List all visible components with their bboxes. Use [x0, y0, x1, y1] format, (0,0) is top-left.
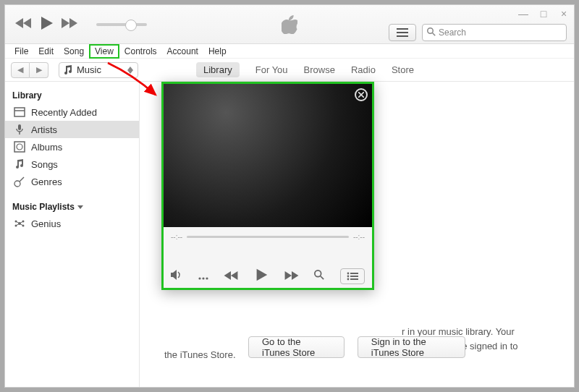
- album-icon: [14, 141, 25, 153]
- tab-strip: Library For You Browse Radio Store: [196, 62, 414, 77]
- window-controls: — □ ×: [517, 8, 570, 20]
- sidebar-item-label: Albums: [31, 142, 62, 153]
- menu-view[interactable]: View: [89, 44, 119, 59]
- sidebar-header-library: Library: [5, 88, 139, 103]
- svg-line-7: [433, 33, 436, 35]
- sidebar-item-label: Genius: [31, 218, 61, 229]
- miniplayer-trackbar[interactable]: --:-- --:--: [171, 233, 365, 241]
- time-remaining: --:--: [353, 233, 365, 241]
- play-button[interactable]: [38, 15, 54, 34]
- menu-bar: File Edit Song View Controls Account Hel…: [5, 44, 574, 59]
- close-window-button[interactable]: ×: [558, 8, 570, 20]
- minimize-button[interactable]: —: [517, 8, 529, 20]
- music-note-icon: [14, 158, 25, 170]
- search-input[interactable]: Search: [422, 24, 567, 41]
- mp-up-next-button[interactable]: [340, 268, 365, 284]
- tab-store[interactable]: Store: [392, 64, 414, 75]
- sidebar-item-label: Songs: [31, 159, 58, 170]
- svg-rect-33: [350, 273, 358, 274]
- svg-point-14: [14, 181, 20, 187]
- svg-point-3: [397, 28, 398, 30]
- svg-rect-8: [14, 108, 25, 116]
- svg-rect-37: [350, 278, 358, 280]
- svg-rect-1: [397, 32, 408, 33]
- menu-song[interactable]: Song: [59, 45, 89, 58]
- chevron-down-icon: [77, 205, 83, 209]
- microphone-icon: [14, 124, 25, 135]
- svg-rect-35: [350, 276, 358, 277]
- mp-play-button[interactable]: [254, 268, 269, 285]
- search-icon: [427, 27, 436, 38]
- title-bar: Search — □ ×: [5, 5, 574, 44]
- svg-point-28: [202, 277, 204, 279]
- previous-track-button[interactable]: [15, 18, 31, 31]
- miniplayer-close-button[interactable]: [355, 88, 368, 101]
- menu-edit[interactable]: Edit: [33, 45, 59, 58]
- volume-icon[interactable]: [171, 270, 182, 283]
- svg-rect-0: [397, 28, 408, 30]
- menu-help[interactable]: Help: [203, 45, 232, 58]
- empty-library-text-2: the iTunes Store.: [164, 349, 236, 360]
- music-note-icon: [64, 65, 72, 75]
- svg-point-6: [428, 27, 434, 33]
- svg-point-32: [347, 273, 350, 275]
- next-track-button[interactable]: [62, 18, 77, 31]
- signin-store-button[interactable]: Sign in to the iTunes Store: [358, 336, 465, 358]
- mp-previous-button[interactable]: [224, 270, 238, 283]
- navigation-bar: ◀ ▶ Music Library For You Browse Radio S…: [5, 59, 574, 82]
- sidebar: Library Recently Added Artists Albums So…: [5, 82, 140, 387]
- miniplayer-window[interactable]: --:-- --:--: [161, 82, 374, 290]
- sidebar-item-recently-added[interactable]: Recently Added: [5, 103, 139, 121]
- calendar-icon: [14, 106, 25, 118]
- miniplayer-artwork: [164, 84, 372, 227]
- svg-point-13: [17, 144, 22, 150]
- mp-search-icon[interactable]: [314, 270, 324, 283]
- svg-point-27: [198, 277, 200, 279]
- volume-slider[interactable]: [96, 23, 147, 26]
- tab-browse[interactable]: Browse: [304, 64, 335, 75]
- svg-point-34: [347, 276, 350, 278]
- guitar-icon: [14, 176, 25, 187]
- tab-foryou[interactable]: For You: [255, 64, 288, 75]
- menu-controls[interactable]: Controls: [119, 45, 162, 58]
- sidebar-item-genres[interactable]: Genres: [5, 173, 139, 190]
- svg-rect-12: [14, 142, 25, 152]
- svg-point-5: [397, 35, 398, 37]
- goto-store-button[interactable]: Go to the iTunes Store: [248, 336, 345, 358]
- maximize-button[interactable]: □: [538, 8, 549, 20]
- svg-rect-10: [18, 124, 21, 130]
- chevron-updown-icon: [127, 67, 133, 74]
- miniplayer-controls: --:-- --:--: [164, 227, 372, 288]
- svg-point-30: [315, 270, 321, 277]
- sidebar-item-genius[interactable]: Genius: [5, 215, 139, 232]
- sidebar-item-label: Artists: [31, 124, 57, 135]
- sidebar-item-artists[interactable]: Artists: [5, 121, 139, 138]
- time-elapsed: --:--: [171, 233, 182, 241]
- nav-forward-button[interactable]: ▶: [30, 62, 48, 78]
- app-window: Search — □ × File Edit Song View Control…: [4, 4, 575, 388]
- tab-radio[interactable]: Radio: [351, 64, 376, 75]
- sidebar-item-albums[interactable]: Albums: [5, 138, 139, 155]
- search-placeholder: Search: [439, 27, 466, 38]
- more-icon[interactable]: [198, 270, 208, 283]
- mp-next-button[interactable]: [284, 270, 299, 283]
- sidebar-item-songs[interactable]: Songs: [5, 155, 139, 173]
- menu-account[interactable]: Account: [162, 45, 203, 58]
- nav-back-button[interactable]: ◀: [11, 62, 30, 78]
- sidebar-header-playlists[interactable]: Music Playlists: [5, 199, 139, 215]
- sidebar-item-label: Recently Added: [31, 107, 97, 118]
- svg-point-29: [206, 277, 208, 279]
- tab-library[interactable]: Library: [196, 62, 240, 77]
- svg-point-4: [397, 32, 398, 33]
- apple-logo-icon: [282, 15, 297, 37]
- media-selector[interactable]: Music: [59, 62, 138, 78]
- genius-icon: [14, 218, 25, 229]
- menu-file[interactable]: File: [9, 45, 33, 58]
- list-view-button[interactable]: [389, 24, 416, 41]
- svg-rect-2: [397, 35, 408, 37]
- sidebar-item-label: Genres: [31, 176, 62, 187]
- svg-line-31: [321, 276, 324, 279]
- svg-point-36: [347, 278, 350, 281]
- media-selector-label: Music: [77, 64, 101, 75]
- svg-line-15: [20, 177, 24, 182]
